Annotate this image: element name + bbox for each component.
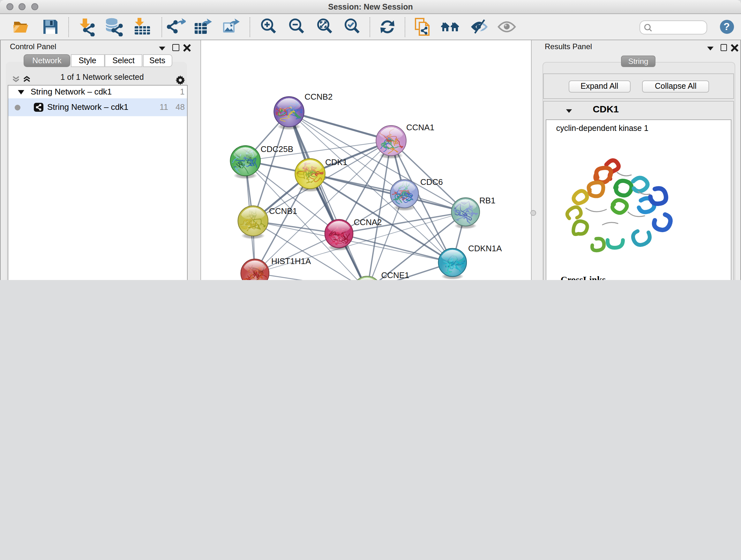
svg-text:HIST1H1A: HIST1H1A <box>271 256 311 266</box>
svg-text:CCNA2: CCNA2 <box>353 217 381 227</box>
svg-text:CCNB2: CCNB2 <box>304 92 332 102</box>
svg-text:CDC6: CDC6 <box>420 177 443 187</box>
svg-text:CDKN1A: CDKN1A <box>468 244 502 253</box>
svg-text:CCNE1: CCNE1 <box>381 270 409 280</box>
svg-text:CDK1: CDK1 <box>325 158 347 167</box>
svg-text:RB1: RB1 <box>479 196 495 205</box>
svg-text:CCNA1: CCNA1 <box>406 123 434 132</box>
svg-text:CDC25B: CDC25B <box>260 144 293 154</box>
svg-text:CCNB1: CCNB1 <box>269 206 297 216</box>
